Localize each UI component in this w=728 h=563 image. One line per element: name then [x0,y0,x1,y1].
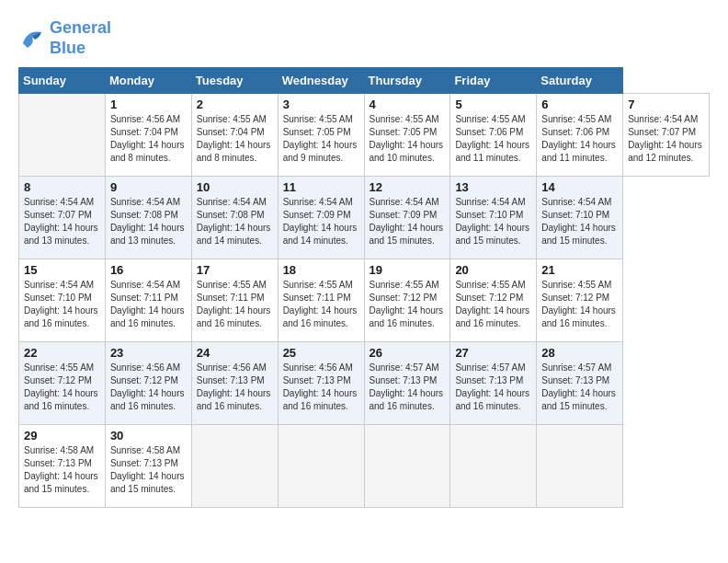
day-cell: 17 Sunrise: 4:55 AMSunset: 7:11 PMDaylig… [191,259,278,342]
week-row-4: 22 Sunrise: 4:55 AMSunset: 7:12 PMDaylig… [19,342,710,425]
day-cell: 30 Sunrise: 4:58 AMSunset: 7:13 PMDaylig… [105,425,191,508]
day-cell: 25 Sunrise: 4:56 AMSunset: 7:13 PMDaylig… [278,342,364,425]
day-cell: 15 Sunrise: 4:54 AMSunset: 7:10 PMDaylig… [19,259,106,342]
day-number: 27 [455,346,531,360]
day-info: Sunrise: 4:55 AMSunset: 7:11 PMDaylight:… [197,280,271,328]
day-cell [191,425,278,508]
day-info: Sunrise: 4:54 AMSunset: 7:08 PMDaylight:… [197,197,271,246]
day-cell: 28 Sunrise: 4:57 AMSunset: 7:13 PMDaylig… [537,342,623,425]
day-number: 4 [370,98,446,111]
day-number: 2 [197,98,273,111]
day-info: Sunrise: 4:57 AMSunset: 7:13 PMDaylight:… [455,362,529,411]
day-info: Sunrise: 4:55 AMSunset: 7:12 PMDaylight:… [370,280,444,328]
day-number: 29 [24,429,100,442]
day-cell: 1 Sunrise: 4:56 AMSunset: 7:04 PMDayligh… [105,94,191,177]
col-header-monday: Monday [105,68,191,94]
day-cell: 22 Sunrise: 4:55 AMSunset: 7:12 PMDaylig… [19,342,106,425]
day-info: Sunrise: 4:56 AMSunset: 7:04 PMDaylight:… [110,114,185,163]
day-cell [364,425,450,508]
day-info: Sunrise: 4:54 AMSunset: 7:11 PMDaylight:… [110,280,185,328]
col-header-sunday: Sunday [19,68,106,94]
header-row: SundayMondayTuesdayWednesdayThursdayFrid… [19,68,710,94]
day-number: 5 [455,98,531,111]
day-cell [278,425,364,508]
day-info: Sunrise: 4:54 AMSunset: 7:10 PMDaylight:… [24,280,98,328]
day-info: Sunrise: 4:54 AMSunset: 7:09 PMDaylight:… [370,197,444,246]
day-number: 15 [24,263,100,277]
day-cell: 29 Sunrise: 4:58 AMSunset: 7:13 PMDaylig… [19,425,106,508]
day-cell [537,425,623,508]
day-cell: 20 Sunrise: 4:55 AMSunset: 7:12 PMDaylig… [450,259,537,342]
week-row-1: 1 Sunrise: 4:56 AMSunset: 7:04 PMDayligh… [19,94,710,177]
day-cell: 9 Sunrise: 4:54 AMSunset: 7:08 PMDayligh… [105,177,191,259]
week-row-2: 8 Sunrise: 4:54 AMSunset: 7:07 PMDayligh… [19,177,710,259]
day-cell: 12 Sunrise: 4:54 AMSunset: 7:09 PMDaylig… [364,177,450,259]
day-cell: 8 Sunrise: 4:54 AMSunset: 7:07 PMDayligh… [19,177,106,259]
col-header-wednesday: Wednesday [278,68,364,94]
day-number: 14 [541,180,618,194]
day-number: 17 [197,263,273,277]
day-cell: 6 Sunrise: 4:55 AMSunset: 7:06 PMDayligh… [537,94,623,177]
day-info: Sunrise: 4:54 AMSunset: 7:10 PMDaylight:… [455,197,529,246]
day-info: Sunrise: 4:56 AMSunset: 7:12 PMDaylight:… [110,362,185,411]
day-info: Sunrise: 4:55 AMSunset: 7:05 PMDaylight:… [370,114,444,163]
day-info: Sunrise: 4:54 AMSunset: 7:10 PMDaylight:… [541,197,616,246]
day-number: 20 [455,263,531,277]
day-number: 16 [110,263,187,277]
day-cell: 7 Sunrise: 4:54 AMSunset: 7:07 PMDayligh… [623,94,710,177]
col-header-friday: Friday [450,68,537,94]
day-number: 30 [110,429,187,442]
day-info: Sunrise: 4:55 AMSunset: 7:06 PMDaylight:… [541,114,616,163]
col-header-tuesday: Tuesday [191,68,278,94]
day-number: 12 [370,180,446,194]
day-number: 18 [283,263,359,277]
day-number: 25 [283,346,359,360]
day-cell: 21 Sunrise: 4:55 AMSunset: 7:12 PMDaylig… [537,259,623,342]
day-number: 3 [283,98,359,111]
day-cell: 27 Sunrise: 4:57 AMSunset: 7:13 PMDaylig… [450,342,537,425]
day-number: 22 [24,346,100,360]
day-info: Sunrise: 4:55 AMSunset: 7:11 PMDaylight:… [283,280,358,328]
day-cell: 14 Sunrise: 4:54 AMSunset: 7:10 PMDaylig… [537,177,623,259]
day-info: Sunrise: 4:55 AMSunset: 7:05 PMDaylight:… [283,114,358,163]
day-number: 28 [541,346,618,360]
col-header-thursday: Thursday [364,68,450,94]
day-info: Sunrise: 4:56 AMSunset: 7:13 PMDaylight:… [197,362,271,411]
day-number: 24 [197,346,273,360]
week-row-5: 29 Sunrise: 4:58 AMSunset: 7:13 PMDaylig… [19,425,710,508]
day-number: 7 [628,98,704,111]
day-cell: 24 Sunrise: 4:56 AMSunset: 7:13 PMDaylig… [191,342,278,425]
day-number: 11 [283,180,359,194]
day-number: 6 [541,98,618,111]
day-info: Sunrise: 4:54 AMSunset: 7:07 PMDaylight:… [628,114,702,163]
day-cell [450,425,537,508]
day-number: 10 [197,180,273,194]
day-cell: 11 Sunrise: 4:54 AMSunset: 7:09 PMDaylig… [278,177,364,259]
day-number: 9 [110,180,187,194]
page-header: General Blue [18,18,710,58]
day-cell: 3 Sunrise: 4:55 AMSunset: 7:05 PMDayligh… [278,94,364,177]
day-cell: 10 Sunrise: 4:54 AMSunset: 7:08 PMDaylig… [191,177,278,259]
col-header-saturday: Saturday [537,68,623,94]
day-info: Sunrise: 4:55 AMSunset: 7:12 PMDaylight:… [541,280,616,328]
day-info: Sunrise: 4:54 AMSunset: 7:09 PMDaylight:… [283,197,358,246]
day-cell: 4 Sunrise: 4:55 AMSunset: 7:05 PMDayligh… [364,94,450,177]
day-info: Sunrise: 4:55 AMSunset: 7:06 PMDaylight:… [455,114,529,163]
day-info: Sunrise: 4:57 AMSunset: 7:13 PMDaylight:… [541,362,616,411]
logo-text: General Blue [50,18,111,58]
logo: General Blue [18,18,111,58]
day-number: 21 [541,263,618,277]
day-cell: 13 Sunrise: 4:54 AMSunset: 7:10 PMDaylig… [450,177,537,259]
day-info: Sunrise: 4:58 AMSunset: 7:13 PMDaylight:… [24,445,98,494]
day-cell: 23 Sunrise: 4:56 AMSunset: 7:12 PMDaylig… [105,342,191,425]
day-cell: 26 Sunrise: 4:57 AMSunset: 7:13 PMDaylig… [364,342,450,425]
logo-icon [18,25,46,52]
day-info: Sunrise: 4:55 AMSunset: 7:04 PMDaylight:… [197,114,271,163]
day-cell: 5 Sunrise: 4:55 AMSunset: 7:06 PMDayligh… [450,94,537,177]
day-info: Sunrise: 4:54 AMSunset: 7:07 PMDaylight:… [24,197,98,246]
calendar-table: SundayMondayTuesdayWednesdayThursdayFrid… [18,67,710,508]
day-number: 8 [24,180,100,194]
day-cell: 18 Sunrise: 4:55 AMSunset: 7:11 PMDaylig… [278,259,364,342]
day-cell: 19 Sunrise: 4:55 AMSunset: 7:12 PMDaylig… [364,259,450,342]
day-number: 26 [370,346,446,360]
